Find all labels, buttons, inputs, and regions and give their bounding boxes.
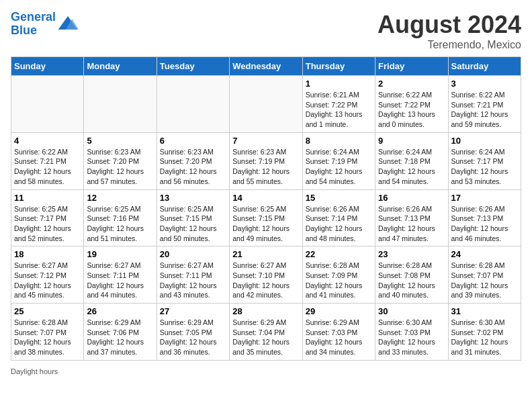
day-info: Sunrise: 6:26 AM Sunset: 7:13 PM Dayligh…: [378, 204, 445, 244]
calendar-cell: 21Sunrise: 6:27 AM Sunset: 7:10 PM Dayli…: [230, 246, 302, 304]
day-number: 2: [378, 79, 445, 89]
day-info: Sunrise: 6:23 AM Sunset: 7:19 PM Dayligh…: [232, 147, 299, 187]
calendar-cell: 19Sunrise: 6:27 AM Sunset: 7:11 PM Dayli…: [84, 246, 157, 304]
day-info: Sunrise: 6:30 AM Sunset: 7:02 PM Dayligh…: [451, 318, 518, 357]
day-number: 25: [14, 306, 81, 316]
calendar-cell: 28Sunrise: 6:29 AM Sunset: 7:04 PM Dayli…: [230, 304, 302, 361]
day-info: Sunrise: 6:25 AM Sunset: 7:15 PM Dayligh…: [232, 204, 299, 244]
day-number: 20: [160, 249, 226, 259]
logo-text: General Blue: [11, 11, 56, 38]
calendar-table: SundayMondayTuesdayWednesdayThursdayFrid…: [11, 56, 521, 361]
calendar-cell: [84, 76, 157, 133]
day-info: Sunrise: 6:28 AM Sunset: 7:08 PM Dayligh…: [378, 261, 445, 300]
day-number: 19: [87, 249, 153, 259]
calendar-cell: 9Sunrise: 6:24 AM Sunset: 7:18 PM Daylig…: [375, 132, 448, 189]
day-info: Sunrise: 6:30 AM Sunset: 7:03 PM Dayligh…: [378, 318, 445, 357]
day-info: Sunrise: 6:24 AM Sunset: 7:19 PM Dayligh…: [306, 147, 372, 187]
page-header: General Blue August 2024 Teremendo, Mexi…: [11, 11, 521, 51]
calendar-cell: [157, 76, 229, 133]
calendar-header-row: SundayMondayTuesdayWednesdayThursdayFrid…: [11, 57, 521, 76]
day-info: Sunrise: 6:28 AM Sunset: 7:07 PM Dayligh…: [14, 318, 81, 357]
day-info: Sunrise: 6:25 AM Sunset: 7:17 PM Dayligh…: [14, 204, 81, 244]
calendar-cell: 16Sunrise: 6:26 AM Sunset: 7:13 PM Dayli…: [375, 189, 448, 246]
calendar-cell: 13Sunrise: 6:25 AM Sunset: 7:15 PM Dayli…: [157, 189, 229, 246]
day-info: Sunrise: 6:23 AM Sunset: 7:20 PM Dayligh…: [87, 147, 153, 187]
day-number: 7: [232, 136, 299, 146]
day-info: Sunrise: 6:27 AM Sunset: 7:11 PM Dayligh…: [160, 261, 226, 300]
day-info: Sunrise: 6:24 AM Sunset: 7:18 PM Dayligh…: [378, 147, 445, 187]
logo-icon: [57, 13, 79, 35]
day-number: 18: [14, 249, 81, 259]
calendar-cell: 27Sunrise: 6:29 AM Sunset: 7:05 PM Dayli…: [157, 304, 229, 361]
calendar-cell: 29Sunrise: 6:29 AM Sunset: 7:03 PM Dayli…: [302, 304, 375, 361]
day-number: 16: [378, 193, 445, 203]
calendar-cell: 25Sunrise: 6:28 AM Sunset: 7:07 PM Dayli…: [11, 304, 84, 361]
day-number: 4: [14, 136, 81, 146]
calendar-cell: 24Sunrise: 6:28 AM Sunset: 7:07 PM Dayli…: [448, 246, 521, 304]
day-info: Sunrise: 6:21 AM Sunset: 7:22 PM Dayligh…: [306, 90, 372, 130]
day-info: Sunrise: 6:27 AM Sunset: 7:12 PM Dayligh…: [14, 261, 81, 300]
day-info: Sunrise: 6:25 AM Sunset: 7:15 PM Dayligh…: [160, 204, 226, 244]
day-info: Sunrise: 6:28 AM Sunset: 7:07 PM Dayligh…: [451, 261, 518, 300]
calendar-week-5: 25Sunrise: 6:28 AM Sunset: 7:07 PM Dayli…: [11, 304, 521, 361]
calendar-cell: 20Sunrise: 6:27 AM Sunset: 7:11 PM Dayli…: [157, 246, 229, 304]
day-number: 17: [451, 193, 518, 203]
day-number: 10: [451, 136, 518, 146]
day-info: Sunrise: 6:28 AM Sunset: 7:09 PM Dayligh…: [306, 261, 372, 300]
day-info: Sunrise: 6:22 AM Sunset: 7:22 PM Dayligh…: [378, 90, 445, 130]
calendar-week-1: 1Sunrise: 6:21 AM Sunset: 7:22 PM Daylig…: [11, 76, 521, 133]
day-number: 28: [232, 306, 299, 316]
day-number: 22: [306, 249, 372, 259]
day-info: Sunrise: 6:24 AM Sunset: 7:17 PM Dayligh…: [451, 147, 518, 187]
day-header-thursday: Thursday: [302, 57, 375, 76]
calendar-cell: 12Sunrise: 6:25 AM Sunset: 7:16 PM Dayli…: [84, 189, 157, 246]
calendar-week-3: 11Sunrise: 6:25 AM Sunset: 7:17 PM Dayli…: [11, 189, 521, 246]
day-number: 14: [232, 193, 299, 203]
day-info: Sunrise: 6:26 AM Sunset: 7:14 PM Dayligh…: [306, 204, 372, 244]
calendar-cell: 22Sunrise: 6:28 AM Sunset: 7:09 PM Dayli…: [302, 246, 375, 304]
day-header-saturday: Saturday: [448, 57, 521, 76]
page-container: General Blue August 2024 Teremendo, Mexi…: [11, 11, 521, 375]
calendar-cell: 5Sunrise: 6:23 AM Sunset: 7:20 PM Daylig…: [84, 132, 157, 189]
day-info: Sunrise: 6:27 AM Sunset: 7:10 PM Dayligh…: [232, 261, 299, 300]
day-number: 30: [378, 306, 445, 316]
day-number: 12: [87, 193, 153, 203]
logo: General Blue: [11, 11, 79, 38]
day-number: 26: [87, 306, 153, 316]
title-block: August 2024 Teremendo, Mexico: [378, 11, 521, 51]
calendar-cell: 15Sunrise: 6:26 AM Sunset: 7:14 PM Dayli…: [302, 189, 375, 246]
day-number: 27: [160, 306, 226, 316]
calendar-title: August 2024: [378, 11, 521, 39]
day-info: Sunrise: 6:29 AM Sunset: 7:03 PM Dayligh…: [306, 318, 372, 357]
day-info: Sunrise: 6:23 AM Sunset: 7:20 PM Dayligh…: [160, 147, 226, 187]
day-number: 6: [160, 136, 226, 146]
day-number: 3: [451, 79, 518, 89]
calendar-cell: 30Sunrise: 6:30 AM Sunset: 7:03 PM Dayli…: [375, 304, 448, 361]
day-number: 29: [306, 306, 372, 316]
day-header-monday: Monday: [84, 57, 157, 76]
calendar-cell: 6Sunrise: 6:23 AM Sunset: 7:20 PM Daylig…: [157, 132, 229, 189]
day-number: 8: [306, 136, 372, 146]
day-number: 15: [306, 193, 372, 203]
day-header-tuesday: Tuesday: [157, 57, 229, 76]
day-number: 9: [378, 136, 445, 146]
day-number: 31: [451, 306, 518, 316]
calendar-cell: 1Sunrise: 6:21 AM Sunset: 7:22 PM Daylig…: [302, 76, 375, 133]
calendar-cell: [11, 76, 84, 133]
day-info: Sunrise: 6:29 AM Sunset: 7:04 PM Dayligh…: [232, 318, 299, 357]
calendar-cell: 2Sunrise: 6:22 AM Sunset: 7:22 PM Daylig…: [375, 76, 448, 133]
calendar-week-4: 18Sunrise: 6:27 AM Sunset: 7:12 PM Dayli…: [11, 246, 521, 304]
day-number: 23: [378, 249, 445, 259]
calendar-cell: 3Sunrise: 6:22 AM Sunset: 7:21 PM Daylig…: [448, 76, 521, 133]
day-info: Sunrise: 6:22 AM Sunset: 7:21 PM Dayligh…: [451, 90, 518, 130]
calendar-cell: 10Sunrise: 6:24 AM Sunset: 7:17 PM Dayli…: [448, 132, 521, 189]
day-info: Sunrise: 6:29 AM Sunset: 7:06 PM Dayligh…: [87, 318, 153, 357]
calendar-cell: 14Sunrise: 6:25 AM Sunset: 7:15 PM Dayli…: [230, 189, 302, 246]
day-number: 5: [87, 136, 153, 146]
calendar-cell: 31Sunrise: 6:30 AM Sunset: 7:02 PM Dayli…: [448, 304, 521, 361]
day-header-friday: Friday: [375, 57, 448, 76]
calendar-cell: [230, 76, 302, 133]
calendar-cell: 11Sunrise: 6:25 AM Sunset: 7:17 PM Dayli…: [11, 189, 84, 246]
day-number: 1: [306, 79, 372, 89]
day-info: Sunrise: 6:25 AM Sunset: 7:16 PM Dayligh…: [87, 204, 153, 244]
